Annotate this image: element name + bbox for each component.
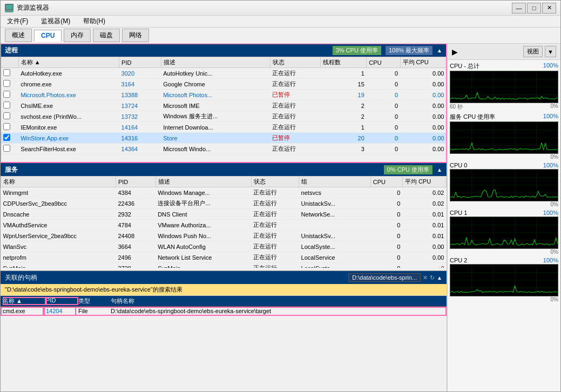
process-checkbox[interactable] xyxy=(3,91,10,98)
col-proc-name[interactable]: 名称 ▲ xyxy=(18,57,119,68)
process-row[interactable]: ChsIME.exe 13724 Microsoft IME 正在运行 2 0 … xyxy=(1,100,447,111)
service-row[interactable]: Winmgmt 4384 Windows Manage... 正在运行 nets… xyxy=(1,187,447,198)
graph-time-label: 60 秒 xyxy=(450,103,463,111)
process-pid: 14364 xyxy=(119,144,161,154)
col-handle-pid[interactable]: PID xyxy=(46,297,78,305)
process-threads: 1 xyxy=(320,68,366,79)
service-row[interactable]: Dnscache 2932 DNS Client 正在运行 NetworkSe.… xyxy=(1,209,447,220)
process-pid: 14316 xyxy=(119,133,161,144)
col-svc-desc[interactable]: 描述 xyxy=(156,177,251,187)
process-checkbox[interactable] xyxy=(3,69,10,76)
graph-label-text: CPU 2 xyxy=(450,257,467,263)
processes-cpu-badge: 3% CPU 使用率 xyxy=(333,46,381,55)
tab-disk[interactable]: 磁盘 xyxy=(93,29,120,42)
title-bar: 资源监视器 — □ ✕ xyxy=(1,1,560,16)
cpu-graphs: CPU - 总计100%60 秒0%服务 CPU 使用率100%0%CPU 01… xyxy=(448,60,560,391)
right-panel-expand[interactable]: ▶ xyxy=(452,48,458,56)
processes-table-wrap[interactable]: 名称 ▲ PID 描述 状态 线程数 CPU 平均 CPU AutoHotkey… xyxy=(1,57,447,159)
view-dropdown-button[interactable]: ▼ xyxy=(545,46,556,57)
handles-collapse[interactable]: ▲ xyxy=(437,275,442,281)
process-row[interactable]: WinStore.App.exe 14316 Store 已暂停 20 0 0.… xyxy=(1,133,447,144)
col-handle-type[interactable]: 类型 xyxy=(78,297,111,305)
graph-pct: 100% xyxy=(543,162,558,168)
col-proc-status[interactable]: 状态 xyxy=(270,57,320,68)
services-table-wrap[interactable]: 名称 PID 描述 状态 组 CPU 平均 CPU Winmgmt 4384 xyxy=(1,176,447,268)
process-checkbox[interactable] xyxy=(3,102,10,109)
service-name: Winmgmt xyxy=(1,187,116,198)
handles-refresh-button[interactable]: ↻ xyxy=(430,274,435,281)
service-row[interactable]: VMAuthdService 4784 VMware Authoriza... … xyxy=(1,220,447,231)
handles-clear-button[interactable]: ✕ xyxy=(423,274,428,281)
maximize-button[interactable]: □ xyxy=(527,3,541,13)
process-pid: 3020 xyxy=(119,68,161,79)
col-proc-cpu[interactable]: CPU xyxy=(367,57,400,68)
view-button[interactable]: 视图 xyxy=(523,46,543,57)
service-row[interactable]: WlanSvc 3664 WLAN AutoConfig 正在运行 LocalS… xyxy=(1,241,447,252)
service-group: NetworkSe... xyxy=(299,209,371,220)
service-avgcpu: 0.02 xyxy=(402,187,446,198)
col-handle-name[interactable]: 名称 ▲ xyxy=(3,297,46,305)
service-status: 正在运行 xyxy=(251,263,299,268)
graph-canvas xyxy=(450,71,558,103)
process-avgcpu: 0.00 xyxy=(400,144,447,154)
col-svc-name[interactable]: 名称 xyxy=(1,177,116,187)
process-checkbox[interactable] xyxy=(3,112,10,119)
tab-cpu[interactable]: CPU xyxy=(34,30,62,42)
process-threads: 3 xyxy=(320,144,366,154)
services-collapse[interactable]: ▲ xyxy=(437,167,442,173)
service-group: LocalSyste... xyxy=(299,241,371,252)
service-pid: 2932 xyxy=(116,209,156,220)
tab-network[interactable]: 网络 xyxy=(122,29,149,42)
service-desc: Windows Manage... xyxy=(156,187,251,198)
process-checkbox[interactable] xyxy=(3,145,10,152)
col-svc-pid[interactable]: PID xyxy=(116,177,156,187)
col-proc-desc[interactable]: 描述 xyxy=(161,57,270,68)
service-row[interactable]: SysMain 2720 SysMain 正在运行 LocalSyste... … xyxy=(1,263,447,268)
service-status: 正在运行 xyxy=(251,231,299,241)
process-status: 正在运行 xyxy=(270,111,320,122)
service-row[interactable]: netprofm 2496 Network List Service 正在运行 … xyxy=(1,252,447,263)
process-threads: 19 xyxy=(320,90,366,100)
service-desc: 连接设备平台用户... xyxy=(156,198,251,209)
process-row[interactable]: SearchFilterHost.exe 14364 Microsoft Win… xyxy=(1,144,447,154)
col-proc-pid[interactable]: PID xyxy=(119,57,161,68)
process-checkbox[interactable] xyxy=(3,134,10,141)
service-row[interactable]: CDPUserSvc_2bea9bcc 22436 连接设备平台用户... 正在… xyxy=(1,198,447,209)
process-row[interactable]: Microsoft.Photos.exe 13388 Microsoft Pho… xyxy=(1,90,447,100)
process-checkbox[interactable] xyxy=(3,80,10,87)
menu-monitor[interactable]: 监视器(M) xyxy=(39,16,72,27)
process-row[interactable]: IEMonitor.exe 14164 Internet Downloa... … xyxy=(1,122,447,133)
col-proc-threads[interactable]: 线程数 xyxy=(320,57,366,68)
processes-collapse[interactable]: ▲ xyxy=(437,48,442,53)
tab-memory[interactable]: 内存 xyxy=(64,29,91,42)
services-table: 名称 PID 描述 状态 组 CPU 平均 CPU Winmgmt 4384 xyxy=(1,176,447,268)
col-handle-handle[interactable]: 句柄名称 xyxy=(111,297,444,305)
process-row[interactable]: chrome.exe 3164 Google Chrome 正在运行 15 0 … xyxy=(1,79,447,90)
menu-bar: 文件(F) 监视器(M) 帮助(H) xyxy=(1,16,560,28)
handles-search-bar: "D:\data\code\ebs-springboot-demo\ebs-eu… xyxy=(1,284,447,296)
col-svc-cpu[interactable]: CPU xyxy=(370,177,402,187)
process-row[interactable]: AutoHotkey.exe 3020 AutoHotkey Unic... 正… xyxy=(1,68,447,79)
services-title: 服务 xyxy=(5,165,18,174)
menu-file[interactable]: 文件(F) xyxy=(5,16,30,27)
service-group: UnistackSv... xyxy=(299,231,371,241)
col-svc-group[interactable]: 组 xyxy=(299,177,371,187)
process-row[interactable]: svchost.exe (PrintWo... 13732 Windows 服务… xyxy=(1,111,447,122)
col-svc-status[interactable]: 状态 xyxy=(251,177,299,187)
minimize-button[interactable]: — xyxy=(512,3,526,13)
handle-row[interactable]: cmd.exe 14204 File D:\data\code\ebs-spri… xyxy=(1,307,447,316)
col-svc-avgcpu[interactable]: 平均 CPU xyxy=(402,177,446,187)
services-header-right: 0% CPU 使用率 ▲ xyxy=(384,165,442,174)
process-checkbox[interactable] xyxy=(3,123,10,130)
close-button[interactable]: ✕ xyxy=(542,3,556,13)
process-cpu: 0 xyxy=(367,133,400,144)
col-proc-avgcpu[interactable]: 平均 CPU xyxy=(400,57,447,68)
right-panel-view-controls: 视图 ▼ xyxy=(523,46,556,57)
tab-overview[interactable]: 概述 xyxy=(5,29,32,42)
process-avgcpu: 0.00 xyxy=(400,133,447,144)
menu-help[interactable]: 帮助(H) xyxy=(81,16,107,27)
process-name: WinStore.App.exe xyxy=(18,133,119,144)
service-row[interactable]: WpnUserService_2bea9bcc 24408 Windows Pu… xyxy=(1,231,447,241)
service-cpu: 0 xyxy=(370,231,402,241)
handles-table-wrap[interactable]: cmd.exe 14204 File D:\data\code\ebs-spri… xyxy=(1,307,447,391)
